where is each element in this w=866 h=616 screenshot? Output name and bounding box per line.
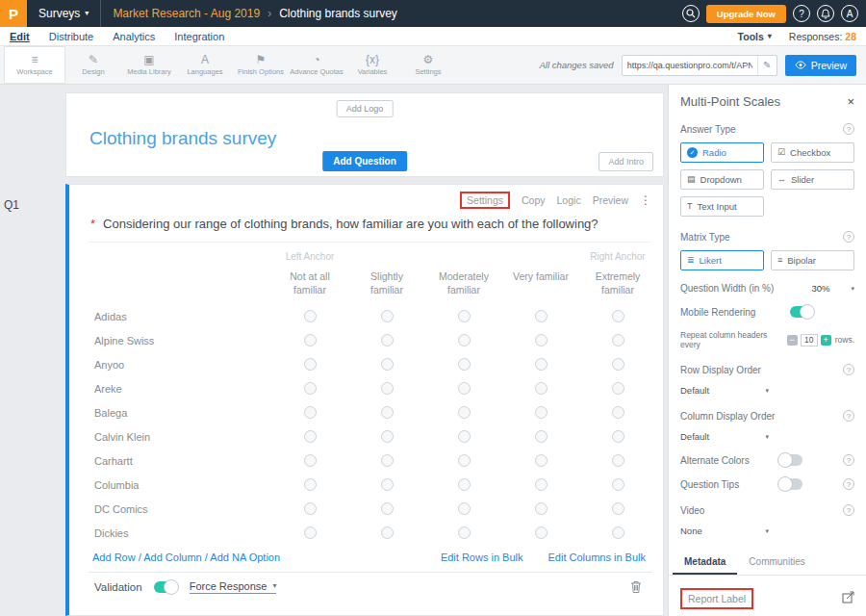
- question-width-value[interactable]: 30%: [811, 283, 829, 294]
- add-question-button[interactable]: Add Question: [322, 151, 407, 171]
- radio-button[interactable]: [612, 334, 624, 346]
- answer-type-text-input[interactable]: TText Input: [680, 196, 764, 217]
- app-logo[interactable]: P: [0, 0, 27, 27]
- radio-button[interactable]: [535, 478, 548, 491]
- radio-button[interactable]: [304, 430, 317, 443]
- edit-report-label-icon[interactable]: [842, 590, 854, 607]
- radio-button[interactable]: [612, 502, 624, 515]
- link-add-column[interactable]: Add Column: [143, 552, 202, 563]
- radio-button[interactable]: [304, 382, 317, 395]
- radio-button[interactable]: [381, 502, 394, 515]
- radio-button[interactable]: [612, 430, 624, 443]
- radio-button[interactable]: [612, 454, 624, 467]
- radio-button[interactable]: [535, 310, 548, 322]
- radio-button[interactable]: [612, 310, 624, 322]
- nav-item-distribute[interactable]: Distribute: [49, 31, 93, 42]
- toolbar-item-variables[interactable]: {x}Variables: [344, 46, 400, 84]
- radio-button[interactable]: [535, 502, 548, 515]
- help-icon[interactable]: ?: [843, 364, 854, 375]
- row-display-order-select[interactable]: Default ▾: [680, 385, 769, 396]
- radio-button[interactable]: [612, 526, 624, 539]
- radio-button[interactable]: [535, 406, 548, 419]
- edit-url-pencil-icon[interactable]: ✎: [757, 56, 777, 75]
- help-icon[interactable]: ?: [843, 504, 854, 516]
- toolbar-item-settings[interactable]: ⚙Settings: [400, 46, 456, 84]
- help-icon[interactable]: ?: [843, 478, 854, 490]
- breadcrumb-project[interactable]: Market Research - Aug 2019: [113, 7, 260, 20]
- question-action-logic[interactable]: Logic: [557, 194, 581, 206]
- radio-button[interactable]: [381, 478, 394, 491]
- matrix-type-likert[interactable]: ≣Likert: [680, 250, 764, 270]
- help-icon[interactable]: ?: [843, 231, 854, 243]
- radio-button[interactable]: [612, 406, 624, 419]
- radio-button[interactable]: [381, 526, 394, 539]
- answer-type-dropdown[interactable]: ▤Dropdown: [680, 169, 764, 190]
- radio-button[interactable]: [304, 454, 317, 467]
- radio-button[interactable]: [381, 334, 394, 346]
- radio-button[interactable]: [535, 454, 548, 467]
- chevron-down-icon[interactable]: ▾: [851, 285, 854, 293]
- mobile-rendering-toggle[interactable]: [790, 306, 814, 318]
- toolbar-item-languages[interactable]: ALanguages: [177, 46, 233, 84]
- radio-button[interactable]: [381, 406, 394, 419]
- radio-button[interactable]: [458, 454, 471, 467]
- radio-button[interactable]: [612, 478, 624, 491]
- toolbar-item-workspace[interactable]: ≡Workspace: [4, 46, 65, 84]
- link-edit-columns-in-bulk[interactable]: Edit Columns in Bulk: [548, 552, 647, 563]
- help-icon[interactable]: ?: [843, 410, 854, 422]
- question-action-preview[interactable]: Preview: [593, 194, 628, 206]
- question-action-copy[interactable]: Copy: [522, 194, 546, 206]
- help-button[interactable]: ?: [793, 5, 810, 22]
- radio-button[interactable]: [304, 502, 317, 515]
- tab-metadata[interactable]: Metadata: [673, 552, 737, 575]
- answer-type-radio[interactable]: ✓Radio: [680, 142, 764, 163]
- radio-button[interactable]: [381, 382, 394, 395]
- answer-type-slider[interactable]: ↔Slider: [771, 169, 854, 190]
- radio-button[interactable]: [304, 478, 317, 491]
- radio-button[interactable]: [612, 358, 624, 371]
- radio-button[interactable]: [458, 526, 471, 539]
- repeat-headers-value[interactable]: 10: [801, 334, 818, 346]
- link-add-row[interactable]: Add Row: [92, 552, 136, 563]
- notifications-bell-icon[interactable]: [817, 5, 834, 22]
- radio-button[interactable]: [304, 406, 317, 419]
- toolbar-item-media-library[interactable]: ▣Media Library: [121, 46, 177, 84]
- radio-button[interactable]: [458, 358, 471, 371]
- tools-menu[interactable]: Tools ▾: [738, 31, 772, 42]
- answer-type-checkbox[interactable]: ☑Checkbox: [771, 142, 854, 163]
- radio-button[interactable]: [381, 310, 394, 322]
- survey-url-input[interactable]: [623, 61, 757, 70]
- minus-button[interactable]: −: [787, 335, 798, 346]
- radio-button[interactable]: [535, 358, 548, 371]
- surveys-menu[interactable]: Surveys ▾: [27, 0, 101, 27]
- tab-communities[interactable]: Communities: [737, 552, 816, 575]
- video-select[interactable]: None ▾: [680, 526, 769, 536]
- radio-button[interactable]: [458, 334, 471, 346]
- link-edit-rows-in-bulk[interactable]: Edit Rows in Bulk: [441, 552, 523, 563]
- radio-button[interactable]: [304, 526, 317, 539]
- radio-button[interactable]: [535, 382, 548, 395]
- help-icon[interactable]: ?: [843, 123, 854, 135]
- radio-button[interactable]: [458, 478, 471, 491]
- nav-item-analytics[interactable]: Analytics: [113, 31, 155, 42]
- close-icon[interactable]: ×: [847, 94, 854, 109]
- question-tips-toggle[interactable]: [778, 478, 802, 490]
- validation-toggle[interactable]: [154, 581, 178, 593]
- force-response-dropdown[interactable]: Force Response ▾: [190, 580, 277, 594]
- help-icon[interactable]: ?: [843, 454, 854, 466]
- add-logo-button[interactable]: Add Logo: [337, 100, 394, 117]
- question-action-settings[interactable]: Settings: [460, 192, 510, 209]
- radio-button[interactable]: [535, 430, 548, 443]
- toolbar-item-advance-quotas[interactable]: ◔Advance Quotas: [289, 46, 344, 84]
- toolbar-item-finish-options[interactable]: ⚑Finish Options: [233, 46, 289, 84]
- nav-item-edit[interactable]: Edit: [10, 31, 30, 42]
- radio-button[interactable]: [381, 454, 394, 467]
- link-add-na-option[interactable]: Add NA Option: [210, 552, 280, 563]
- preview-button[interactable]: Preview: [785, 55, 856, 76]
- column-display-order-select[interactable]: Default ▾: [680, 431, 769, 442]
- radio-button[interactable]: [304, 334, 317, 346]
- responses-counter[interactable]: Responses:28: [789, 31, 856, 42]
- radio-button[interactable]: [304, 310, 317, 322]
- radio-button[interactable]: [612, 382, 624, 395]
- radio-button[interactable]: [381, 358, 394, 371]
